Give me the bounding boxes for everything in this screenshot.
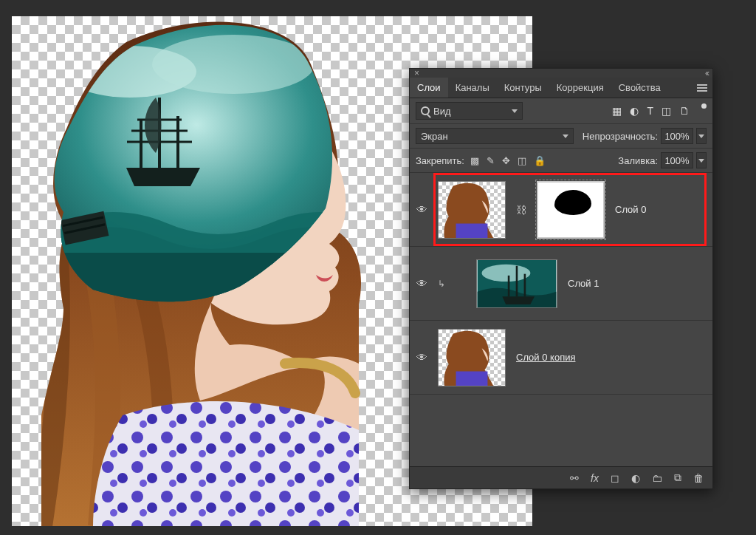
filter-iconbar: ▦ ◐ T ◫ 🗋 [612,105,690,117]
filter-adjust-icon[interactable]: ◐ [630,105,639,117]
close-icon[interactable]: × [414,68,419,78]
lock-artboard-icon[interactable]: ◫ [518,155,526,166]
visibility-toggle[interactable]: 👁 [410,203,433,216]
lock-position-icon[interactable]: ✥ [502,155,510,166]
visibility-toggle[interactable]: 👁 [410,351,433,364]
link-layers-icon[interactable]: ⚯ [570,472,579,484]
tab-adjustments[interactable]: Коррекция [549,78,611,98]
layers-panel: × ‹‹ Слои Каналы Контуры Коррекция Свойс… [409,68,713,489]
layer-row[interactable]: 👁 Слой 0 копия [410,321,712,395]
lock-transparency-icon[interactable]: ▩ [470,155,479,166]
opacity-label: Непрозрачность: [583,131,658,142]
lock-all-icon[interactable]: 🔒 [534,155,546,166]
fill-value[interactable]: 100% [661,152,693,168]
filter-toggle[interactable] [701,103,707,109]
layer-filter-kind[interactable]: Вид [416,102,523,120]
layer-mask-thumbnail[interactable] [537,181,605,239]
blend-mode-value: Экран [421,131,448,142]
filter-pixel-icon[interactable]: ▦ [612,105,622,117]
layer-thumbnail[interactable] [476,259,557,308]
panel-tabs: Слои Каналы Контуры Коррекция Свойства [410,78,712,98]
opacity-value[interactable]: 100% [661,128,693,144]
opacity-stepper[interactable] [696,128,707,144]
layer-thumbnail[interactable] [438,181,506,239]
panel-footer: ⚯ fx ◻ ◐ 🗀 ⧉ 🗑 [410,466,712,488]
chevron-down-icon [512,109,518,113]
filter-kind-label: Вид [433,106,451,117]
layer-filter-row: Вид ▦ ◐ T ◫ 🗋 [410,98,712,124]
svg-rect-15 [456,223,488,237]
layer-thumbnail[interactable] [438,329,506,386]
clipping-indicator-icon: ↳ [438,279,445,289]
search-icon [421,106,430,115]
filter-type-icon[interactable]: T [647,105,653,117]
fill-stepper[interactable] [696,152,707,168]
new-layer-icon[interactable]: ⧉ [674,471,681,484]
collapse-icon[interactable]: ‹‹ [705,68,708,78]
tab-properties[interactable]: Свойства [611,78,668,98]
layer-fx-icon[interactable]: fx [591,472,599,484]
layer-row[interactable]: 👁 ⛓ Слой 0 [410,173,712,247]
fill-label: Заливка: [618,155,658,166]
blend-mode-dropdown[interactable]: Экран [416,128,574,144]
svg-point-8 [152,35,315,94]
tab-layers[interactable]: Слои [410,78,448,98]
panel-menu-icon[interactable] [692,78,712,98]
lock-pixels-icon[interactable]: ✎ [487,155,495,166]
app-background: × ‹‹ Слои Каналы Контуры Коррекция Свойс… [0,0,756,535]
delete-layer-icon[interactable]: 🗑 [693,472,704,484]
lock-label: Закрепить: [416,155,464,166]
tab-channels[interactable]: Каналы [448,78,497,98]
tab-paths[interactable]: Контуры [497,78,549,98]
new-group-icon[interactable]: 🗀 [652,472,662,484]
add-mask-icon[interactable]: ◻ [611,472,619,484]
layer-row[interactable]: 👁 ↳ Слой 1 [410,247,712,321]
panel-titlebar[interactable]: × ‹‹ [410,69,712,78]
link-mask-icon[interactable]: ⛓ [516,204,526,216]
visibility-toggle[interactable]: 👁 [410,277,433,290]
layer-name[interactable]: Слой 1 [568,278,599,289]
blend-row: Экран Непрозрачность: 100% [410,124,712,149]
new-adjustment-icon[interactable]: ◐ [631,472,640,484]
svg-point-17 [481,264,530,281]
chevron-down-icon [563,134,568,138]
lock-row: Закрепить: ▩ ✎ ✥ ◫ 🔒 Заливка: 100% [410,149,712,173]
filter-smart-icon[interactable]: 🗋 [679,105,690,117]
svg-rect-21 [456,371,488,385]
filter-shape-icon[interactable]: ◫ [662,105,671,117]
layer-name[interactable]: Слой 0 копия [516,352,575,363]
layer-name[interactable]: Слой 0 [615,204,646,215]
layers-list: 👁 ⛓ Слой 0 👁 ↳ [410,173,712,440]
